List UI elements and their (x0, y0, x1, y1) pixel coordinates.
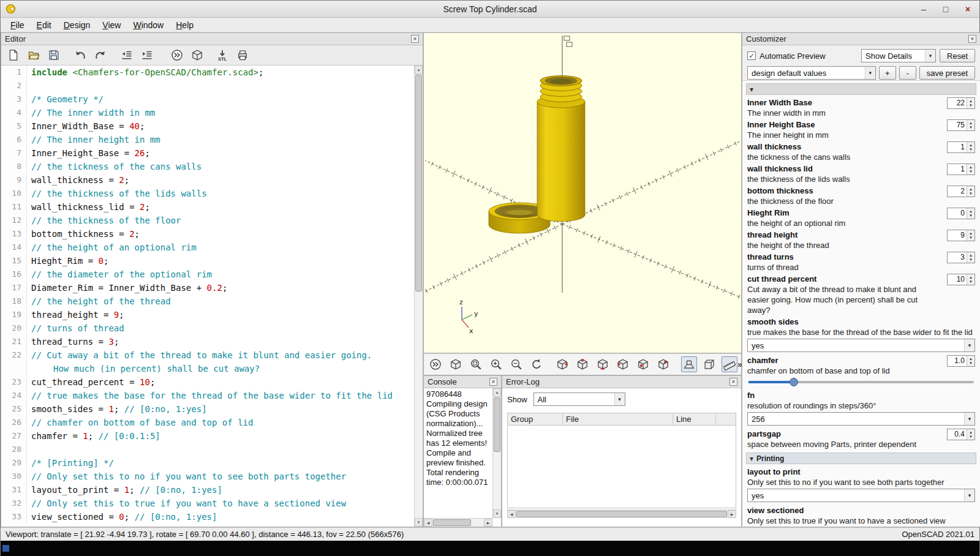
spin-down-icon[interactable]: ▼ (969, 192, 973, 196)
view-right-button[interactable] (554, 356, 570, 372)
code-editor[interactable]: 1include <Chamfers-for-OpenSCAD/Chamfer.… (1, 66, 414, 527)
console-close-button[interactable]: × (489, 378, 497, 386)
scroll-up-icon[interactable]: ▲ (415, 66, 423, 74)
render-button[interactable] (448, 356, 464, 372)
param-spinbox[interactable]: 0▲▼ (947, 208, 975, 219)
spin-down-icon[interactable]: ▼ (969, 103, 973, 108)
param-spinbox[interactable]: 1▲▼ (947, 141, 975, 153)
spinbox-arrows[interactable]: ▲▼ (967, 120, 974, 130)
code-line[interactable]: 11wall_thickness_lid = 2; (1, 200, 414, 214)
code-line[interactable]: 6// The inner height in mm (1, 133, 414, 146)
code-line[interactable]: 16// the diameter of the optional rim (1, 268, 414, 281)
code-line[interactable]: 27chamfer = 1; // [0:0.1:5] (1, 429, 414, 443)
undo-button[interactable] (72, 47, 88, 63)
slider-handle[interactable] (790, 378, 798, 386)
spin-down-icon[interactable]: ▼ (969, 148, 973, 152)
view-top-button[interactable] (575, 356, 590, 372)
spin-up-icon[interactable]: ▲ (969, 357, 973, 361)
param-spinbox[interactable]: 10▲▼ (947, 274, 975, 285)
new-file-button[interactable] (6, 47, 21, 63)
scroll-thumb[interactable] (494, 397, 500, 452)
view-back-button[interactable] (655, 356, 671, 372)
orthographic-button[interactable] (701, 356, 717, 372)
menu-design[interactable]: Design (58, 18, 97, 32)
preview-button[interactable] (428, 356, 443, 372)
spin-up-icon[interactable]: ▲ (969, 187, 973, 192)
code-line[interactable]: 17Diameter_Rim = Inner_Width_Base + 0.2; (1, 281, 414, 295)
spinbox-arrows[interactable]: ▲▼ (967, 252, 974, 263)
param-slider[interactable] (748, 377, 974, 387)
spin-down-icon[interactable]: ▼ (969, 361, 973, 366)
param-select[interactable]: yes▾ (747, 339, 975, 352)
code-line[interactable]: 22// Cut away a bit of the thread to mak… (1, 348, 414, 362)
zoom-in-button[interactable] (488, 356, 504, 372)
spin-down-icon[interactable]: ▼ (969, 126, 973, 130)
code-line[interactable]: 15Hieght_Rim = 0; (1, 254, 414, 268)
param-select[interactable]: yes▾ (747, 489, 975, 502)
spin-up-icon[interactable]: ▲ (969, 231, 973, 236)
redo-button[interactable] (92, 47, 108, 63)
code-line[interactable]: 24// true makes the base for the thread … (1, 389, 414, 402)
unindent-button[interactable] (119, 47, 135, 63)
spin-down-icon[interactable]: ▼ (969, 280, 973, 284)
print-button[interactable] (235, 47, 251, 63)
scroll-right-icon[interactable]: ▶ (484, 519, 492, 527)
scroll-thumb[interactable] (415, 75, 422, 291)
spinbox-arrows[interactable]: ▲▼ (967, 164, 974, 175)
maximize-button[interactable]: □ (939, 4, 952, 14)
code-line[interactable]: 25smooth_sides = 1; // [0:no, 1:yes] (1, 402, 414, 416)
spin-down-icon[interactable]: ▼ (969, 170, 973, 174)
indent-button[interactable] (139, 47, 155, 63)
console-output[interactable]: 97086448Compiling design (CSG Products n… (424, 388, 492, 518)
reset-view-button[interactable] (529, 356, 545, 372)
column-header-group[interactable]: Group (508, 413, 563, 425)
param-spinbox[interactable]: 75▲▼ (947, 119, 975, 131)
menu-window[interactable]: Window (127, 18, 170, 32)
console-vertical-scrollbar[interactable]: ▲ ▼ (492, 388, 501, 518)
automatic-preview-checkbox[interactable]: ✓ (747, 51, 756, 60)
save-preset-button[interactable]: save preset (919, 66, 975, 80)
code-line[interactable]: 1include <Chamfers-for-OpenSCAD/Chamfer.… (1, 66, 414, 79)
spin-up-icon[interactable]: ▲ (969, 209, 973, 214)
taskbar-item[interactable] (2, 545, 9, 552)
spin-up-icon[interactable]: ▲ (969, 276, 973, 280)
spinbox-arrows[interactable]: ▲▼ (967, 230, 974, 241)
code-line[interactable]: 18// the height of the thread (1, 295, 414, 308)
spin-up-icon[interactable]: ▲ (969, 121, 973, 126)
code-line[interactable]: How much (in percent) shall be cut away? (1, 362, 414, 375)
param-spinbox[interactable]: 22▲▼ (947, 97, 975, 109)
code-line[interactable]: 31layout_to_print = 1; // [0:no, 1:yes] (1, 483, 414, 497)
spin-down-icon[interactable]: ▼ (969, 258, 973, 262)
column-header-line[interactable]: Line (673, 413, 716, 425)
preset-select[interactable]: design default values ▾ (747, 66, 876, 80)
scroll-right-icon[interactable]: ▶ (728, 510, 736, 518)
scroll-down-icon[interactable]: ▼ (493, 509, 501, 518)
scroll-thumb[interactable] (433, 519, 471, 526)
code-line[interactable]: 29/* [Printing] */ (1, 456, 414, 470)
show-details-select[interactable]: Show Details ▾ (861, 49, 936, 62)
code-line[interactable]: 32// Only set this to true if you want t… (1, 497, 414, 510)
code-line[interactable]: 30// Only set this to no if you want to … (1, 470, 414, 483)
add-preset-button[interactable]: + (879, 66, 896, 80)
code-line[interactable]: 8// the tickness of the cans walls (1, 160, 414, 173)
param-select[interactable]: 256▾ (747, 412, 975, 426)
spinbox-arrows[interactable]: ▲▼ (967, 274, 974, 285)
export-stl-button[interactable]: STL (214, 47, 230, 63)
code-line[interactable]: 2 (1, 79, 414, 92)
code-line[interactable]: 12// the thickness of the floor (1, 214, 414, 227)
preview-button[interactable] (169, 47, 185, 63)
column-header-file[interactable]: File (563, 413, 673, 425)
code-line[interactable]: 13bottom_thickness = 2; (1, 227, 414, 241)
measure-button[interactable] (722, 356, 737, 372)
save-file-button[interactable] (46, 47, 62, 63)
editor-vertical-scrollbar[interactable]: ▲ ▼ (414, 66, 423, 527)
spin-down-icon[interactable]: ▼ (969, 214, 973, 218)
spin-up-icon[interactable]: ▲ (969, 430, 973, 435)
param-spinbox[interactable]: 2▲▼ (947, 186, 975, 197)
menu-file[interactable]: File (4, 18, 31, 32)
error-log-close-button[interactable]: × (729, 378, 737, 386)
code-line[interactable]: 5Inner_Width_Base = 40; (1, 119, 414, 133)
spin-down-icon[interactable]: ▼ (969, 435, 973, 439)
param-spinbox[interactable]: 3▲▼ (947, 252, 975, 263)
spin-up-icon[interactable]: ▲ (969, 165, 973, 170)
